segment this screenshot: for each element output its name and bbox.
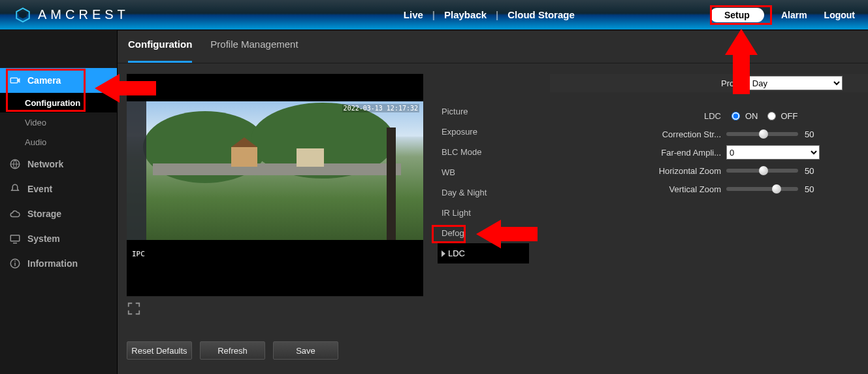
correction-strength-label: Correction Str... [550,129,726,139]
pic-tab-label: LDC [448,248,465,258]
sidebar-sub-audio[interactable]: Audio [0,132,117,152]
correction-strength-value: 50 [805,129,824,139]
settings-panel: Profile Day LDC ON OFF Correction Str... [550,74,861,198]
horizontal-zoom-row: Horizontal Zoom 50 [550,162,861,180]
svg-rect-11 [231,147,257,167]
tab-profile-management[interactable]: Profile Management [210,39,298,63]
annotation-arrow-camera [95,74,120,103]
ldc-radio-row: LDC ON OFF [550,107,861,125]
vertical-zoom-value: 50 [805,184,824,194]
horizontal-zoom-slider[interactable] [726,169,798,173]
nav-cloud-storage[interactable]: Cloud Storage [507,9,575,20]
sidebar-item-event[interactable]: Event [0,177,117,201]
ldc-on-radio[interactable] [731,112,740,120]
svg-rect-10 [153,163,401,175]
far-end-amplification-label: Far-end Ampli... [550,148,726,158]
nav-separator: | [487,9,507,20]
header-bar: AMCREST Live | Playback | Cloud Storage … [0,0,868,30]
correction-strength-slider[interactable] [726,132,798,136]
sidebar-item-information[interactable]: Information [0,251,117,276]
correction-strength-row: Correction Str... 50 [550,125,861,143]
info-icon [9,258,21,269]
svg-rect-15 [127,101,146,240]
video-preview: IPC 2022-03-13 12:17:32 [127,74,423,296]
far-end-amplification-row: Far-end Ampli... 0 [550,143,861,162]
sidebar-item-system[interactable]: System [0,226,117,251]
svg-rect-2 [10,78,18,83]
nav-separator: | [423,9,444,20]
camera-icon [9,75,21,86]
sidebar-item-storage[interactable]: Storage [0,201,117,226]
button-row: Reset Defaults Refresh Save [127,341,423,360]
profile-select[interactable]: Day [749,76,843,90]
video-ipc-label: IPC [132,250,145,258]
svg-rect-14 [387,128,396,240]
monitor-icon [9,233,21,245]
logo-area: AMCREST [0,7,129,24]
content-area: IPC 2022-03-13 12:17:32 Reset Defaults R… [118,63,868,374]
tab-configuration[interactable]: Configuration [128,39,192,63]
svg-rect-6 [14,263,16,266]
sidebar-item-label: System [27,233,60,244]
video-timestamp: 2022-03-13 12:17:32 [342,104,419,112]
pic-tab-blc-mode[interactable]: BLC Mode [438,142,529,162]
main-panel: Configuration Profile Management IPC 202 [118,30,868,374]
globe-icon [9,158,21,170]
sidebar-item-label: Camera [27,75,61,86]
fullscreen-icon[interactable] [127,301,141,316]
sidebar-item-label: Information [27,258,78,269]
triangle-right-icon [442,250,445,257]
ldc-off-label: OFF [781,111,798,121]
vertical-zoom-label: Vertical Zoom [550,184,726,194]
profile-row: Profile Day [550,74,868,92]
brand-text: AMCREST [38,7,129,22]
svg-rect-7 [14,261,16,262]
svg-rect-13 [297,148,324,167]
annotation-arrow-setup [725,29,758,55]
nav-playback[interactable]: Playback [444,9,487,20]
nav-main: Live | Playback | Cloud Storage [404,9,575,20]
video-panel: IPC 2022-03-13 12:17:32 Reset Defaults R… [127,74,423,360]
sidebar-item-label: Event [27,184,52,194]
nav-alarm[interactable]: Alarm [781,10,807,20]
nav-live[interactable]: Live [404,9,423,20]
pic-tab-picture[interactable]: Picture [438,101,529,122]
bell-icon [9,183,21,195]
pic-tab-wb[interactable]: WB [438,162,529,182]
nav-logout[interactable]: Logout [824,10,855,20]
setup-button[interactable]: Setup [710,8,764,22]
ldc-on-label: ON [745,111,758,121]
ldc-label: LDC [550,111,726,121]
svg-rect-4 [10,235,20,241]
vertical-zoom-slider[interactable] [726,187,798,191]
vertical-zoom-row: Vertical Zoom 50 [550,180,861,198]
horizontal-zoom-value: 50 [805,166,824,176]
ldc-off-radio[interactable] [767,112,776,120]
save-button[interactable]: Save [273,341,338,360]
sidebar-item-network[interactable]: Network [0,152,117,177]
refresh-button[interactable]: Refresh [200,341,265,360]
reset-defaults-button[interactable]: Reset Defaults [127,341,192,360]
video-scene-overlay [127,101,423,240]
horizontal-zoom-label: Horizontal Zoom [550,166,726,176]
far-end-amplification-select[interactable]: 0 [726,145,820,160]
svg-marker-1 [19,11,27,18]
pic-tab-day-night[interactable]: Day & Night [438,182,529,203]
sidebar-item-label: Storage [27,209,61,219]
cloud-icon [9,208,21,220]
sidebar-item-label: Network [27,159,63,169]
pic-tab-exposure[interactable]: Exposure [438,122,529,142]
annotation-arrow-ldc [476,220,501,248]
amcrest-logo-icon [14,7,31,24]
sidebar-sub-video[interactable]: Video [0,112,117,132]
nav-right: Setup Alarm Logout [710,8,855,22]
